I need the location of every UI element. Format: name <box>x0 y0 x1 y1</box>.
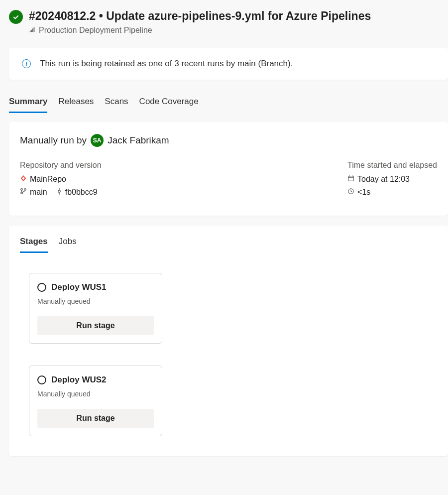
retention-notice-card: i This run is being retained as one of 3… <box>9 48 448 80</box>
stage-status-text: Manually queued <box>37 297 154 305</box>
time-elapsed: <1s <box>357 188 370 197</box>
main-tabs: Summary Releases Scans Code Coverage <box>9 97 448 113</box>
tab-jobs[interactable]: Jobs <box>59 237 77 253</box>
clock-icon <box>347 188 354 196</box>
run-stage-button[interactable]: Run stage <box>37 409 154 428</box>
svg-rect-1 <box>31 30 32 32</box>
run-by-username[interactable]: Jack Fabrikam <box>108 135 169 146</box>
tab-code-coverage[interactable]: Code Coverage <box>139 97 199 113</box>
run-stage-button[interactable]: Run stage <box>37 316 154 335</box>
svg-rect-3 <box>34 27 35 32</box>
commit-hash[interactable]: fb0bbcc9 <box>65 188 98 197</box>
svg-rect-2 <box>32 29 33 32</box>
avatar[interactable]: SA <box>91 134 104 147</box>
stage-name: Deploy WUS2 <box>51 375 107 385</box>
svg-point-7 <box>58 190 60 192</box>
repo-icon <box>20 175 27 183</box>
time-started: Today at 12:03 <box>357 175 410 184</box>
tab-stages[interactable]: Stages <box>20 237 48 253</box>
stage-status-notstarted-icon <box>37 283 46 292</box>
stage-tile[interactable]: Deploy WUS1 Manually queued Run stage <box>29 273 162 344</box>
svg-rect-0 <box>30 31 31 32</box>
stage-status-text: Manually queued <box>37 390 154 398</box>
calendar-icon <box>347 175 354 183</box>
tab-releases[interactable]: Releases <box>58 97 94 113</box>
repo-version-heading: Repository and version <box>20 161 347 170</box>
stage-name: Deploy WUS1 <box>51 282 107 292</box>
stage-status-notstarted-icon <box>37 375 46 384</box>
retention-notice-text: This run is being retained as one of 3 r… <box>40 59 293 69</box>
time-heading: Time started and elapsed <box>347 161 437 170</box>
tab-summary[interactable]: Summary <box>9 97 47 113</box>
branch-icon <box>20 188 27 196</box>
run-status-success-icon <box>9 10 23 24</box>
commit-icon <box>56 188 62 196</box>
run-by-prefix: Manually run by <box>20 135 87 146</box>
branch-name[interactable]: main <box>30 188 47 197</box>
pipeline-name[interactable]: Production Deployment Pipeline <box>39 26 152 35</box>
svg-rect-10 <box>348 176 354 181</box>
svg-point-4 <box>21 189 23 191</box>
stages-card: Stages Jobs Deploy WUS1 Manually queued … <box>9 226 448 456</box>
pipeline-icon <box>29 26 36 34</box>
run-title: #20240812.2 • Update azure-pipelines-9.y… <box>29 9 448 24</box>
repo-name[interactable]: MainRepo <box>30 175 66 184</box>
tab-scans[interactable]: Scans <box>105 97 128 113</box>
stage-tile[interactable]: Deploy WUS2 Manually queued Run stage <box>29 366 162 436</box>
info-icon: i <box>22 59 31 68</box>
summary-card: Manually run by SA Jack Fabrikam Reposit… <box>9 122 448 216</box>
